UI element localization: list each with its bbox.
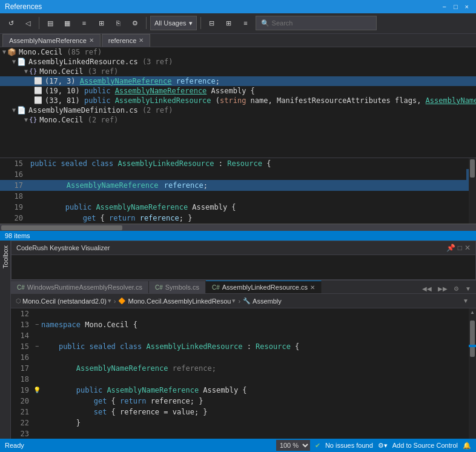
gutter-19: 💡	[33, 385, 41, 396]
tree-ref-19-10[interactable]: ⬜ (19, 10) public AssemblyNameReference …	[0, 86, 476, 96]
gutter-23	[33, 428, 41, 439]
bottom-content: Toolbox CodeRush Keystroke Visualizer 📌 …	[0, 241, 476, 439]
scrollbar-thumb-top[interactable]	[470, 159, 475, 178]
tree-namespace-1[interactable]: ▼ {} Mono.Cecil (3 ref)	[0, 67, 476, 76]
breadcrumb-ns-dropdown[interactable]: ▾	[108, 297, 111, 305]
ln-22: 22	[11, 417, 29, 428]
keystroke-title-bar: CodeRush Keystroke Visualizer 📌 □ ✕	[12, 241, 475, 255]
cc-20: get { return reference; }	[41, 396, 203, 407]
editor-more-button[interactable]: ▼	[463, 284, 474, 293]
list-view-button[interactable]: ▤	[43, 16, 58, 30]
editor-tab-close-3[interactable]: ✕	[310, 284, 315, 291]
breadcrumb-scroll-down[interactable]: ▼	[460, 296, 471, 305]
code-line-17: 17 AssemblyNameReference reference;	[0, 180, 476, 191]
keystroke-title-label: CodeRush Keystroke Visualizer	[16, 244, 110, 251]
code-line-b-19: 19 💡 public AssemblyNameReference Assemb…	[11, 385, 461, 396]
editor-settings-button[interactable]: ⚙	[451, 284, 461, 293]
editor-tab-symbols[interactable]: C# Symbols.cs	[149, 281, 206, 293]
breadcrumb-class[interactable]: 🔶 Mono.Cecil.AssemblyLinkedResou ▾	[118, 297, 236, 305]
nav-back-button[interactable]: ◀◀	[420, 284, 434, 293]
keystroke-content	[12, 255, 475, 279]
code-editor-inner[interactable]: 12 13 − namespace Mono.Cecil {	[11, 308, 469, 439]
editor-tab-windowsruntime[interactable]: C# WindowsRuntimeAssemblyResolver.cs	[11, 281, 149, 293]
editor-scrollbar-thumb[interactable]	[470, 321, 475, 357]
usages-dropdown[interactable]: All Usages ▾	[150, 16, 197, 30]
scrollbar-arrows: ▲	[469, 310, 476, 315]
tree-view-button[interactable]: ⊞	[94, 16, 108, 30]
code-line-20: 20 get { return reference; }	[0, 213, 476, 224]
line-num-16: 16	[5, 169, 23, 180]
code-icon-3: ⬜	[34, 96, 42, 104]
horizontal-scrollbar[interactable]	[0, 224, 476, 231]
refresh-button[interactable]: ↺	[4, 16, 18, 30]
settings-dropdown-icon[interactable]: ⚙▾	[378, 442, 388, 450]
gutter-15: −	[33, 341, 41, 352]
nav-forward-button[interactable]: ▶▶	[435, 284, 450, 293]
group-view-button[interactable]: ▦	[60, 16, 74, 30]
toolbox-label[interactable]: Toolbox	[1, 243, 10, 271]
ln-12: 12	[11, 308, 29, 319]
tab-close-assemblyname[interactable]: ✕	[89, 37, 94, 44]
editor-scrollbar-v[interactable]: ▲	[469, 308, 476, 439]
flat-view-button[interactable]: ≡	[77, 16, 91, 30]
settings-button[interactable]: ⚙	[128, 16, 142, 30]
tree-namespace-2[interactable]: ▼ {} Mono.Cecil (2 ref)	[0, 115, 476, 125]
breadcrumb-namespace-text: Mono.Cecil (netstandard2.0)	[22, 297, 107, 305]
breadcrumb-namespace[interactable]: ⬡ Mono.Cecil (netstandard2.0) ▾	[16, 297, 111, 305]
view-toggle-3[interactable]: ≡	[239, 16, 253, 30]
zoom-select[interactable]: 100 % 75 % 125 % 150 %	[276, 440, 310, 451]
zoom-control[interactable]: 100 % 75 % 125 % 150 %	[276, 440, 310, 451]
bell-icon[interactable]: 🔔	[463, 442, 471, 450]
breadcrumb-member[interactable]: 🔧 Assembly	[243, 297, 282, 305]
breadcrumb-sep-2: ›	[238, 297, 240, 305]
keystroke-close-button[interactable]: ✕	[464, 244, 471, 252]
search-input[interactable]	[272, 19, 371, 27]
scrollbar-thumb-h[interactable]	[1, 225, 122, 230]
tree-ref-33-81[interactable]: ⬜ (33, 81) public AssemblyLinkedResource…	[0, 96, 476, 105]
copy-button[interactable]: ⎘	[111, 16, 125, 30]
toolbox-sidebar: Toolbox	[0, 241, 11, 439]
scroll-up-button[interactable]: ▲	[470, 310, 475, 315]
code-line-b-17: 17 AssemblyNameReference reference;	[11, 363, 461, 374]
title-bar-title: References	[5, 2, 42, 11]
search-box[interactable]: 🔍	[256, 16, 377, 30]
back-button[interactable]: ◁	[21, 16, 35, 30]
tree-ref-17-3[interactable]: ⬜ (17, 3) AssemblyNameReference referenc…	[0, 76, 476, 86]
code-icon-1: ⬜	[34, 77, 42, 85]
code-line-b-15: 15 − public sealed class AssemblyLinkedR…	[11, 341, 461, 352]
keystroke-controls: 📌 □ ✕	[446, 244, 471, 252]
tree-root-label: Mono.Cecil (85 ref)	[19, 48, 102, 56]
tree-ref-label-2: (19, 10) public AssemblyNameReference As…	[45, 87, 255, 95]
gutter-22	[33, 417, 41, 428]
gutter-17	[33, 363, 41, 374]
tree-file-assemblylinked[interactable]: ▼ 📄 AssemblyLinkedResource.cs (3 ref)	[0, 57, 476, 67]
line-num-17: 17	[5, 180, 23, 191]
cc-19: public AssemblyNameReference Assembly {	[41, 385, 247, 396]
minimize-button[interactable]: −	[440, 3, 448, 10]
keystroke-pin-button[interactable]: 📌	[446, 244, 455, 252]
line-num-20: 20	[5, 213, 23, 224]
breadcrumb-class-dropdown[interactable]: ▾	[232, 297, 236, 305]
tab-reference[interactable]: reference ✕	[102, 34, 150, 47]
editor-tab-assemblylinked[interactable]: C# AssemblyLinkedResource.cs ✕	[206, 281, 322, 293]
maximize-button[interactable]: □	[451, 3, 460, 10]
view-toggle-2[interactable]: ⊞	[222, 16, 236, 30]
tree-file-assemblynamedefinition[interactable]: ▼ 📄 AssemblyNameDefinition.cs (2 ref)	[0, 105, 476, 115]
keystroke-float-button[interactable]: □	[458, 244, 462, 252]
bottom-editor-wrapper: 12 13 − namespace Mono.Cecil {	[11, 308, 476, 439]
tree-ns2-label: Mono.Cecil (2 ref)	[39, 116, 118, 124]
assembly-icon: 📦	[7, 48, 16, 56]
references-panel: ▼ 📦 Mono.Cecil (85 ref) ▼ 📄 AssemblyLink…	[0, 47, 476, 224]
ln-15: 15	[11, 341, 29, 352]
tree-root-monocecil[interactable]: ▼ 📦 Mono.Cecil (85 ref)	[0, 47, 476, 57]
tab-close-reference[interactable]: ✕	[139, 37, 144, 44]
code-line-18: 18	[0, 191, 476, 202]
tab-assemblyname-reference[interactable]: AssemblyNameReference ✕	[2, 34, 101, 47]
references-tree[interactable]: ▼ 📦 Mono.Cecil (85 ref) ▼ 📄 AssemblyLink…	[0, 47, 476, 158]
add-source-control-label[interactable]: Add to Source Control	[392, 442, 458, 449]
file-icon: 📄	[17, 58, 26, 66]
view-toggle-1[interactable]: ⊟	[205, 16, 219, 30]
close-button[interactable]: ×	[463, 3, 471, 10]
scrollbar-track-top[interactable]	[469, 158, 476, 224]
search-icon: 🔍	[261, 19, 269, 27]
